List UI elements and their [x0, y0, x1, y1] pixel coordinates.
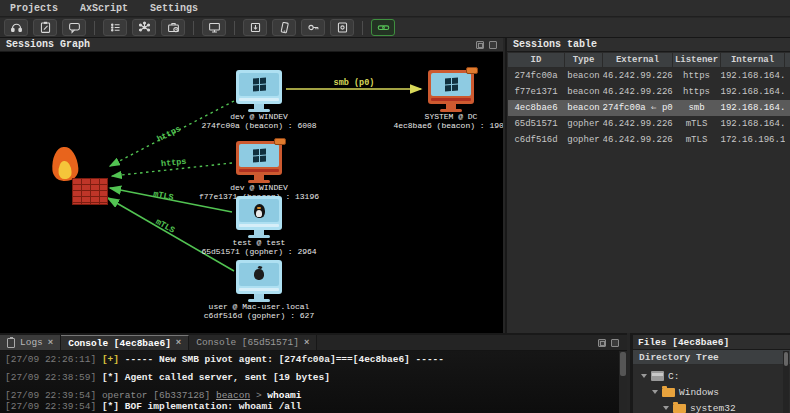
sessions-table-title-bar: Sessions table	[507, 38, 790, 52]
tab-logs[interactable]: Logs ×	[0, 335, 61, 350]
session-row-274fc00a[interactable]: 274fc00abeacon46.242.99.226https192.168.…	[508, 68, 790, 84]
cell-internal: 192.168.164.134	[721, 84, 785, 100]
session-row-f77e1371[interactable]: f77e1371beacon46.242.99.226https192.168.…	[508, 84, 790, 100]
console-output[interactable]: [27/09 22:26:11] [+] ----- New SMB pivot…	[0, 351, 627, 413]
col-internal[interactable]: Internal	[721, 53, 785, 68]
graph-node-274fc00a[interactable]: dev @ WINDEV 274fc00a (beacon) : 6008	[194, 70, 324, 130]
panel-detach-icon[interactable]	[598, 339, 606, 347]
beacon-link[interactable]: beacon	[216, 390, 250, 401]
files-title: Files [4ec8bae6]	[638, 337, 729, 348]
cell-id: 274fc00a	[508, 68, 565, 84]
close-tab-icon[interactable]: ×	[176, 338, 181, 348]
sessions-graph-canvas[interactable]: smb (p0) https https mTLS mTLS dev @ WIN…	[0, 52, 503, 333]
cell-extra: DO	[785, 84, 790, 100]
cell-extra: DO	[785, 68, 790, 84]
graph-node-65d51571[interactable]: test @ test 65d51571 (gopher) : 2964	[194, 196, 324, 256]
cell-listener: https	[673, 68, 721, 84]
session-row-c6df516d[interactable]: c6df516dgopher46.242.99.226mTLS172.16.19…	[508, 132, 790, 148]
tree-item-label: system32	[690, 403, 736, 413]
menu-projects[interactable]: Projects	[10, 3, 58, 14]
script-edit-icon[interactable]	[33, 19, 57, 36]
credentials-key-icon[interactable]	[301, 19, 325, 36]
session-row-4ec8bae6-selected[interactable]: 4ec8bae6beacon274fc00a ⇐ p0smb192.168.16…	[508, 100, 790, 116]
col-type[interactable]: Type	[565, 53, 603, 68]
expand-caret-icon[interactable]	[641, 374, 647, 378]
col-listener[interactable]: Listener	[673, 53, 721, 68]
cell-external: 46.242.99.226	[603, 132, 673, 148]
close-tab-icon[interactable]: ×	[304, 338, 309, 348]
chat-icon[interactable]	[62, 19, 86, 36]
cell-external: 46.242.99.226	[603, 116, 673, 132]
node-sublabel: 274fc00a (beacon) : 6008	[194, 121, 324, 130]
cell-listener: https	[673, 84, 721, 100]
cell-type: beacon	[565, 68, 603, 84]
table-header-row: ID Type External Listener Internal	[508, 53, 790, 68]
sessions-list-icon[interactable]	[103, 19, 127, 36]
headset-icon[interactable]	[4, 19, 28, 36]
cell-external: 274fc00a ⇐ p0	[603, 100, 673, 116]
directory-tree-header[interactable]: Directory Tree	[633, 350, 790, 365]
jobs-briefcase-icon[interactable]	[161, 19, 185, 36]
col-extra[interactable]	[785, 53, 790, 68]
tree-item-windows[interactable]: Windows	[639, 384, 790, 400]
panel-maximize-icon[interactable]	[611, 339, 619, 347]
graph-node-f77e1371[interactable]: dev @ WINDEV f77e1371 (beacon) : 13196	[194, 141, 324, 201]
tree-item-label: Windows	[679, 387, 719, 398]
menu-axscript[interactable]: AxScript	[80, 3, 128, 14]
tree-item-system32[interactable]: system32	[639, 400, 790, 413]
edge-label-smb: smb (p0)	[334, 78, 375, 88]
edge-label-mtls-1: mTLS	[152, 189, 174, 203]
tree-item-c-drive[interactable]: C:	[639, 368, 790, 384]
cell-id: f77e1371	[508, 84, 565, 100]
expand-caret-icon[interactable]	[663, 406, 669, 410]
tree-item-label: C:	[668, 371, 679, 382]
sessions-graph-title-bar: Sessions Graph	[0, 38, 503, 52]
node-sublabel: 65d51571 (gopher) : 2964	[194, 247, 324, 256]
node-label: user @ Mac-user.local	[194, 302, 324, 311]
firewall-icon	[52, 147, 108, 207]
node-sublabel: c6df516d (gopher) : 627	[194, 311, 324, 320]
windows-logo-icon	[445, 78, 458, 92]
files-scrollbar[interactable]	[783, 351, 789, 413]
cell-type: beacon	[565, 100, 603, 116]
sessions-graph-panel: Sessions Graph smb (p0) https https mTLS…	[0, 38, 503, 333]
session-row-65d51571[interactable]: 65d51571gopher46.242.99.226mTLS192.168.1…	[508, 116, 790, 132]
node-label: test @ test	[194, 238, 324, 247]
remote-screen-icon[interactable]	[202, 19, 226, 36]
expand-caret-icon[interactable]	[652, 390, 658, 394]
col-id[interactable]: ID	[508, 53, 565, 68]
cell-type: beacon	[565, 84, 603, 100]
screenshots-tablet-icon[interactable]	[330, 19, 354, 36]
panel-detach-icon[interactable]	[476, 41, 484, 49]
tunnels-phone-icon[interactable]	[272, 19, 296, 36]
sessions-graph-icon[interactable]	[132, 19, 156, 36]
sessions-table-title: Sessions table	[513, 39, 597, 50]
col-external[interactable]: External	[603, 53, 673, 68]
cell-id: 65d51571	[508, 116, 565, 132]
link-status-icon[interactable]	[371, 19, 395, 36]
folder-icon	[662, 388, 675, 397]
cell-listener: mTLS	[673, 116, 721, 132]
cell-type: gopher	[565, 132, 603, 148]
close-tab-icon[interactable]: ×	[48, 338, 53, 348]
tab-label: Logs	[20, 337, 43, 348]
tab-console-65d51571[interactable]: Console [65d51571] ×	[189, 335, 317, 350]
console-tab-bar: Logs × Console [4ec8bae6] × Console [65d…	[0, 335, 627, 351]
downloads-icon[interactable]	[243, 19, 267, 36]
tab-console-4ec8bae6[interactable]: Console [4ec8bae6] ×	[61, 335, 189, 350]
graph-node-c6df516d[interactable]: user @ Mac-user.local c6df516d (gopher) …	[194, 260, 324, 320]
logs-icon	[7, 338, 15, 348]
cell-type: gopher	[565, 116, 603, 132]
cell-internal: 192.168.164.158	[721, 100, 785, 116]
folder-icon	[673, 404, 686, 413]
graph-node-4ec8bae6[interactable]: SYSTEM @ DC 4ec8bae6 (beacon) : 1904	[386, 70, 503, 130]
panel-maximize-icon[interactable]	[489, 41, 497, 49]
toolbar-separator	[234, 21, 235, 35]
toolbar-separator	[362, 21, 363, 35]
cell-id: 4ec8bae6	[508, 100, 565, 116]
menu-settings[interactable]: Settings	[150, 3, 198, 14]
node-label: dev @ WINDEV	[194, 183, 324, 192]
linux-penguin-icon	[254, 204, 265, 218]
console-scrollbar[interactable]	[619, 351, 627, 413]
cell-internal: 192.168.164.134	[721, 68, 785, 84]
